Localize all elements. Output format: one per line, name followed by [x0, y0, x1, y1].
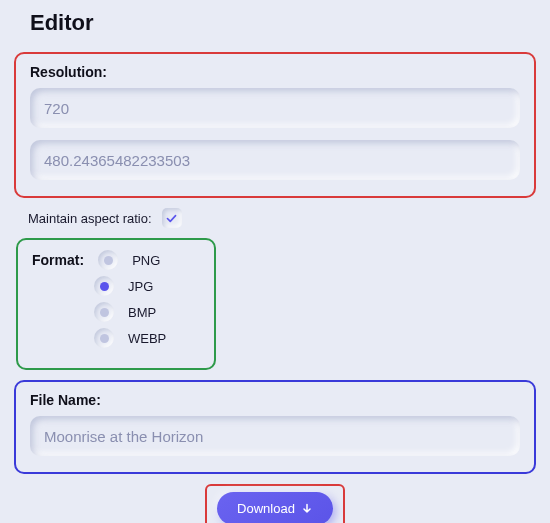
format-radio-png[interactable]: [98, 250, 118, 270]
download-button[interactable]: Download: [217, 492, 333, 523]
download-highlight: Download: [205, 484, 345, 523]
filename-input[interactable]: [30, 416, 520, 456]
filename-group: File Name:: [14, 380, 536, 474]
resolution-width-input[interactable]: [30, 88, 520, 128]
download-button-label: Download: [237, 501, 295, 516]
format-radio-bmp[interactable]: [94, 302, 114, 322]
page-title: Editor: [30, 10, 536, 36]
format-option-bmp: BMP: [128, 305, 156, 320]
resolution-label: Resolution:: [30, 64, 520, 80]
format-radio-jpg[interactable]: [94, 276, 114, 296]
filename-label: File Name:: [30, 392, 520, 408]
format-label: Format:: [32, 252, 84, 268]
resolution-height-input[interactable]: [30, 140, 520, 180]
aspect-ratio-row: Maintain aspect ratio:: [28, 208, 536, 228]
download-row: Download: [14, 484, 536, 523]
format-group: Format: PNG JPG BMP WEBP: [16, 238, 216, 370]
format-option-png: PNG: [132, 253, 160, 268]
format-option-webp: WEBP: [128, 331, 166, 346]
download-arrow-icon: [301, 503, 313, 515]
aspect-ratio-label: Maintain aspect ratio:: [28, 211, 152, 226]
aspect-ratio-checkbox[interactable]: [162, 208, 182, 228]
editor-panel: Editor Resolution: Maintain aspect ratio…: [0, 0, 550, 523]
format-option-jpg: JPG: [128, 279, 153, 294]
check-icon: [165, 212, 178, 225]
resolution-group: Resolution:: [14, 52, 536, 198]
format-radio-webp[interactable]: [94, 328, 114, 348]
